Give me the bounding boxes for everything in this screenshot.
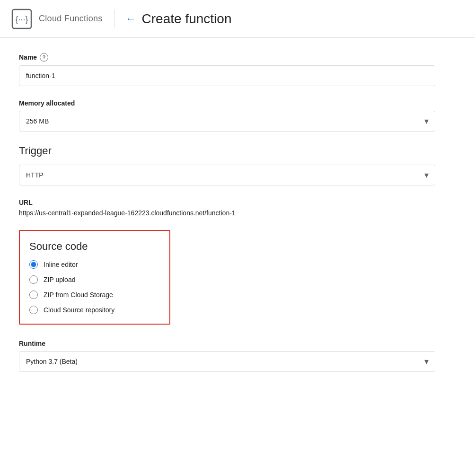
memory-section: Memory allocated 256 MB 128 MB 512 MB 1 … [19, 99, 435, 132]
radio-item-cloud-source[interactable]: Cloud Source repository [29, 306, 158, 314]
radio-cloud-source-label: Cloud Source repository [44, 306, 114, 314]
header-divider [114, 9, 114, 28]
app-header: {···} Cloud Functions ← Create function [0, 0, 475, 38]
app-name-label: Cloud Functions [39, 14, 103, 24]
url-label: URL [19, 199, 435, 206]
trigger-select-wrapper: HTTP Cloud Pub/Sub Cloud Storage ▾ [19, 165, 435, 185]
radio-item-zip-upload[interactable]: ZIP upload [29, 275, 158, 284]
radio-inline-label: Inline editor [44, 261, 78, 268]
radio-item-zip-cloud[interactable]: ZIP from Cloud Storage [29, 291, 158, 299]
svg-text:{···}: {···} [15, 15, 28, 24]
url-value: https://us-central1-expanded-league-1622… [19, 209, 435, 217]
radio-zip-upload-label: ZIP upload [44, 276, 75, 283]
source-code-title: Source code [29, 240, 158, 253]
back-button[interactable]: ← [126, 13, 136, 25]
url-section: URL https://us-central1-expanded-league-… [19, 199, 435, 217]
radio-zip-upload[interactable] [29, 275, 38, 284]
name-input[interactable] [19, 65, 435, 86]
radio-zip-cloud-label: ZIP from Cloud Storage [44, 291, 113, 299]
radio-inline-editor[interactable] [29, 260, 38, 269]
page-title: Create function [142, 11, 232, 26]
radio-cloud-source-repo[interactable] [29, 306, 38, 314]
name-label: Name ? [19, 53, 435, 62]
source-code-radio-group: Inline editor ZIP upload ZIP from Cloud … [29, 260, 158, 314]
runtime-select-wrapper: Python 3.7 (Beta) Node.js 6 Node.js 8 Go… [19, 351, 435, 372]
memory-select-wrapper: 256 MB 128 MB 512 MB 1 GB 2 GB ▾ [19, 111, 435, 132]
trigger-select[interactable]: HTTP Cloud Pub/Sub Cloud Storage [19, 165, 435, 185]
memory-select[interactable]: 256 MB 128 MB 512 MB 1 GB 2 GB [19, 111, 435, 132]
runtime-label: Runtime [19, 340, 435, 347]
name-section: Name ? [19, 53, 435, 86]
header-nav: ← Create function [126, 11, 232, 26]
radio-item-inline[interactable]: Inline editor [29, 260, 158, 269]
trigger-heading: Trigger [19, 145, 435, 157]
memory-label: Memory allocated [19, 99, 435, 107]
radio-zip-cloud-storage[interactable] [29, 291, 38, 299]
name-help-icon[interactable]: ? [40, 53, 48, 62]
main-content: Name ? Memory allocated 256 MB 128 MB 51… [0, 38, 454, 400]
trigger-section: Trigger HTTP Cloud Pub/Sub Cloud Storage… [19, 145, 435, 185]
cloud-functions-logo-icon: {···} [11, 9, 32, 29]
source-code-section: Source code Inline editor ZIP upload ZIP… [19, 230, 170, 325]
logo-area: {···} Cloud Functions [11, 9, 103, 29]
runtime-select[interactable]: Python 3.7 (Beta) Node.js 6 Node.js 8 Go… [19, 351, 435, 372]
runtime-section: Runtime Python 3.7 (Beta) Node.js 6 Node… [19, 340, 435, 372]
